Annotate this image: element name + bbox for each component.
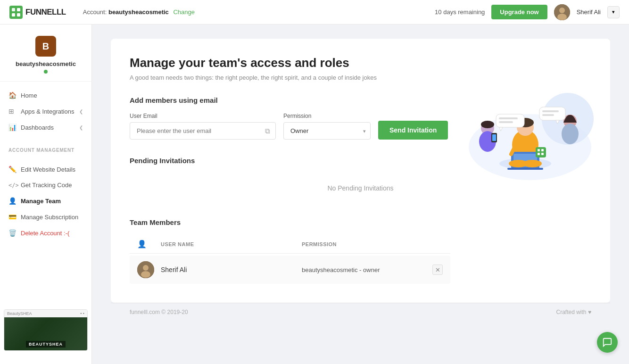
sidebar-item-tracking[interactable]: </> Get Tracking Code xyxy=(0,177,91,193)
table-row: Sherif Ali beautysheacosmetic - owner ✕ xyxy=(130,256,450,284)
svg-rect-35 xyxy=(536,147,546,157)
upgrade-button[interactable]: Upgrade now xyxy=(491,5,547,19)
logo-icon xyxy=(9,6,23,19)
brand-initial: B xyxy=(42,41,49,52)
top-navigation: FUNNELLL Account: beautysheacosmetic Cha… xyxy=(0,0,629,25)
pencil-icon: ✏️ xyxy=(8,165,16,173)
logo: FUNNELLL xyxy=(9,6,66,19)
svg-point-19 xyxy=(523,160,542,167)
svg-rect-28 xyxy=(499,117,518,119)
send-invitation-button[interactable]: Send Invitation xyxy=(378,121,448,140)
preview-dots: • • xyxy=(80,311,84,316)
sidebar-item-dashboards[interactable]: 📊 Dashboards ❮ xyxy=(0,119,91,135)
code-icon: </> xyxy=(8,182,16,189)
brand-avatar: B xyxy=(35,36,56,57)
email-label: User Email xyxy=(130,113,276,119)
preview-label: BEAUTYSHEA xyxy=(26,341,66,347)
svg-point-5 xyxy=(559,8,565,13)
member-permission: beautysheacosmetic - owner xyxy=(302,266,380,273)
account-info: Account: beautysheacosmetic Change xyxy=(83,8,195,16)
sidebar-item-label: Dashboards xyxy=(21,124,54,131)
chat-button[interactable] xyxy=(597,332,618,353)
page-card: Manage your team's access and roles A go… xyxy=(111,39,610,303)
page-footer: funnelll.com © 2019-20 Crafted with ♥ xyxy=(111,303,610,321)
sidebar-item-label: Manage Subscription xyxy=(21,214,78,221)
svg-point-21 xyxy=(481,121,494,128)
main-content: Manage your team's access and roles A go… xyxy=(92,25,629,364)
sidebar-item-delete[interactable]: 🗑️ Delete Account :-( xyxy=(0,225,91,241)
preview-image: BEAUTYSHEA xyxy=(4,317,87,350)
sidebar: B beautysheacosmetic 🏠 Home ⊞ Apps & Int… xyxy=(0,25,92,364)
sidebar-item-label: Edit Website Details xyxy=(21,166,75,173)
trash-icon: 🗑️ xyxy=(8,229,16,237)
sidebar-brand: B beautysheacosmetic xyxy=(0,25,91,82)
permission-column-header: PERMISSION xyxy=(302,241,443,247)
account-label: Account: xyxy=(83,8,107,16)
svg-rect-33 xyxy=(542,114,554,116)
permission-select[interactable]: Owner Admin Editor Viewer xyxy=(283,122,371,140)
account-nav: ✏️ Edit Website Details </> Get Tracking… xyxy=(0,156,91,247)
svg-rect-36 xyxy=(538,149,540,151)
change-account-link[interactable]: Change xyxy=(173,8,195,16)
permission-select-wrap: Owner Admin Editor Viewer ▾ xyxy=(283,122,371,140)
team-title: Team Members xyxy=(130,218,591,226)
preview-top-bar: BeautySHEA • • xyxy=(4,310,87,317)
member-avatar xyxy=(137,261,154,278)
user-header-icon: 👤 xyxy=(137,240,161,248)
sidebar-nav: 🏠 Home ⊞ Apps & Integrations ❮ 📊 Dashboa… xyxy=(0,82,91,141)
email-input-wrap: ⧉ xyxy=(130,122,276,140)
brand-status-dot xyxy=(44,70,48,74)
crafted-with: Crafted with ♥ xyxy=(556,309,591,315)
sidebar-item-label: Home xyxy=(21,92,37,99)
svg-rect-32 xyxy=(542,110,559,112)
permission-cell: beautysheacosmetic - owner ✕ xyxy=(302,265,443,275)
sidebar-item-label: Apps & Integrations xyxy=(21,108,74,115)
sidebar-item-apps[interactable]: ⊞ Apps & Integrations ❮ xyxy=(0,103,91,119)
svg-rect-24 xyxy=(492,134,496,141)
sidebar-item-subscription[interactable]: 💳 Manage Subscription xyxy=(0,209,91,225)
account-name: beautysheacosmetic xyxy=(108,8,169,16)
home-icon: 🏠 xyxy=(8,91,16,99)
svg-point-6 xyxy=(557,14,567,20)
svg-rect-31 xyxy=(539,107,565,120)
avatar xyxy=(554,4,570,20)
svg-point-42 xyxy=(141,271,150,278)
svg-rect-37 xyxy=(541,149,544,151)
svg-point-41 xyxy=(143,265,149,271)
svg-rect-2 xyxy=(12,13,15,17)
team-illustration xyxy=(464,67,596,190)
svg-rect-27 xyxy=(496,114,524,127)
permission-form-group: Permission Owner Admin Editor Viewer ▾ xyxy=(283,113,371,140)
copyright: funnelll.com © 2019-20 xyxy=(130,309,188,315)
user-dropdown-button[interactable]: ▾ xyxy=(607,6,620,18)
permission-label: Permission xyxy=(283,113,371,119)
svg-rect-29 xyxy=(499,121,513,123)
website-preview[interactable]: BeautySHEA • • BEAUTYSHEA xyxy=(4,309,88,351)
apps-icon: ⊞ xyxy=(8,108,16,115)
sidebar-item-home[interactable]: 🏠 Home xyxy=(0,87,91,103)
chevron-left-icon: ❮ xyxy=(79,109,83,114)
days-remaining: 10 days remaining xyxy=(435,8,485,16)
sidebar-item-label: Delete Account :-( xyxy=(21,230,69,237)
svg-rect-39 xyxy=(541,153,544,155)
account-management-section: ACCOUNT MANAGEMENT xyxy=(0,141,91,156)
preview-site-name: BeautySHEA xyxy=(7,311,32,316)
copy-icon: ⧉ xyxy=(265,127,270,135)
sidebar-item-label: Get Tracking Code xyxy=(21,182,72,189)
app-body: B beautysheacosmetic 🏠 Home ⊞ Apps & Int… xyxy=(0,25,629,364)
sidebar-item-manage-team[interactable]: 👤 Manage Team xyxy=(0,193,91,209)
chevron-left-icon: ❮ xyxy=(79,125,83,130)
email-input[interactable] xyxy=(130,122,276,140)
team-table: 👤 USER NAME PERMISSION Sherif Ali xyxy=(130,235,450,284)
card-icon: 💳 xyxy=(8,213,16,221)
team-members-section: Team Members 👤 USER NAME PERMISSION xyxy=(130,218,591,284)
svg-point-26 xyxy=(562,124,579,144)
remove-member-button[interactable]: ✕ xyxy=(432,265,443,275)
topnav-right: 10 days remaining Upgrade now Sherif Ali… xyxy=(435,4,620,20)
user-icon: 👤 xyxy=(8,197,16,205)
svg-rect-15 xyxy=(507,168,543,170)
username-column-header: USER NAME xyxy=(161,241,302,247)
user-name: Sherif Ali xyxy=(577,8,601,16)
sidebar-item-edit-website[interactable]: ✏️ Edit Website Details xyxy=(0,161,91,177)
svg-rect-38 xyxy=(538,153,540,155)
